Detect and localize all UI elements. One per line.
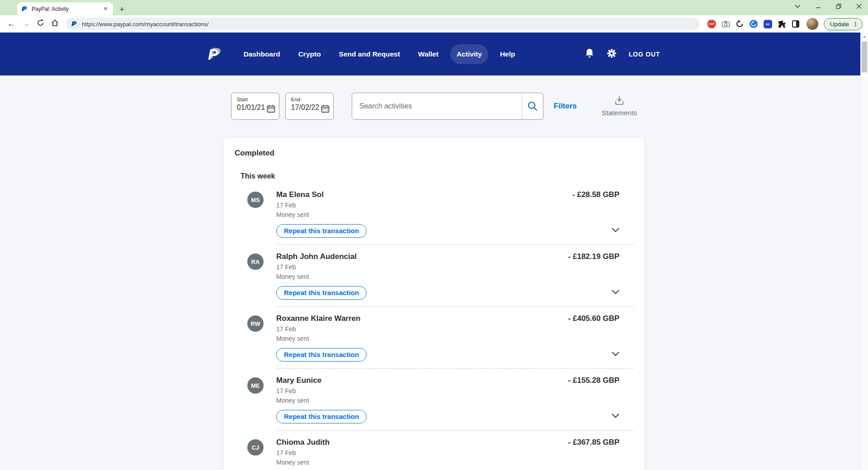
start-date-label: Start — [237, 97, 274, 102]
browser-profile-avatar[interactable] — [807, 18, 818, 30]
transaction-row[interactable]: RA Ralph John Audencial 17 Feb Money sen… — [223, 245, 645, 307]
page-scrollbar[interactable]: ▲ — [860, 33, 868, 470]
nav-item-wallet[interactable]: Wallet — [412, 44, 445, 64]
logout-button[interactable]: LOG OUT — [629, 51, 660, 58]
url-bar[interactable]: PP https://www.paypal.com/myaccount/tran… — [66, 18, 700, 30]
home-icon[interactable] — [49, 19, 61, 29]
section-title: Completed — [235, 149, 645, 158]
reload-icon[interactable] — [34, 19, 46, 29]
reader-split-extension-icon[interactable] — [791, 19, 800, 28]
scrollbar-thumb[interactable] — [862, 42, 867, 72]
transaction-type: Money sent — [276, 397, 568, 404]
transaction-row[interactable]: RW Roxanne Klaire Warren 17 Feb Money se… — [223, 307, 645, 369]
new-tab-button[interactable]: + — [119, 5, 124, 14]
repeat-transaction-button[interactable]: Repeat this transaction — [276, 410, 367, 423]
transaction-amount: - £28.58 GBP — [572, 190, 619, 199]
transaction-date: 17 Feb — [276, 202, 572, 209]
filter-row: Start 01/01/21 End 17/02/22 Filters Stat… — [0, 93, 868, 120]
transaction-date: 17 Feb — [276, 449, 568, 456]
transaction-date: 17 Feb — [276, 263, 568, 271]
notifications-bell-icon[interactable] — [585, 48, 594, 61]
chevron-down-icon[interactable] — [612, 288, 619, 296]
statements-button[interactable]: Statements — [602, 96, 637, 117]
transaction-amount: - £405.60 GBP — [568, 314, 619, 323]
search-button[interactable] — [522, 93, 543, 119]
nav-item-help[interactable]: Help — [494, 44, 522, 64]
transaction-date: 17 Feb — [276, 387, 568, 395]
extensions-puzzle-icon[interactable] — [777, 19, 786, 28]
transaction-type: Money sent — [276, 459, 568, 466]
adblock-icon[interactable]: ABP — [707, 19, 716, 28]
chevron-down-icon[interactable] — [612, 412, 619, 420]
repeat-transaction-button[interactable]: Repeat this transaction — [276, 348, 367, 362]
infinity-extension-icon[interactable]: ∞ — [763, 19, 772, 28]
browser-tab[interactable]: PP PayPal: Activity ✕ — [17, 2, 113, 15]
transaction-name: Mary Eunice — [276, 376, 568, 385]
browser-menu-icon[interactable]: ⋮ — [853, 21, 859, 27]
calendar-icon[interactable] — [267, 104, 275, 115]
settings-gear-icon[interactable] — [607, 48, 617, 60]
scrollbar-up-arrow[interactable]: ▲ — [861, 33, 868, 40]
transaction-name: Ralph John Audencial — [276, 252, 568, 261]
transaction-date: 17 Feb — [276, 325, 568, 333]
end-date-field[interactable]: End 17/02/22 — [285, 93, 334, 120]
browser-titlebar: PP PayPal: Activity ✕ + — [0, 0, 868, 15]
browser-window: PP PayPal: Activity ✕ + ← → PP https://w… — [0, 0, 868, 470]
group-title: This week — [241, 172, 645, 180]
paypal-navbar: PP DashboardCryptoSend and RequestWallet… — [0, 33, 868, 75]
search-activities-box — [352, 93, 543, 120]
window-restore-icon[interactable] — [836, 4, 841, 9]
transaction-row[interactable]: MS Ma Elena Sol 17 Feb Money sent Repeat… — [223, 183, 645, 245]
end-date-label: End — [291, 97, 329, 102]
transaction-amount: - £367.85 GBP — [568, 438, 619, 447]
transactions-list: MS Ma Elena Sol 17 Feb Money sent Repeat… — [223, 183, 645, 470]
window-close-icon[interactable] — [856, 4, 862, 9]
transaction-avatar: ME — [247, 377, 264, 394]
extensions-row: ABP ∞ — [707, 19, 800, 28]
update-button[interactable]: Update ⋮ — [824, 18, 863, 30]
start-date-field[interactable]: Start 01/01/21 — [231, 93, 279, 120]
tab-close-icon[interactable]: ✕ — [102, 5, 109, 13]
transaction-row[interactable]: CJ Chioma Judith 17 Feb Money sent Repea… — [223, 431, 645, 470]
calendar-icon[interactable] — [321, 104, 330, 115]
nav-item-crypto[interactable]: Crypto — [292, 44, 327, 64]
blue-circle-extension-icon[interactable] — [749, 19, 758, 28]
transaction-type: Money sent — [276, 211, 572, 218]
chevron-down-icon[interactable] — [612, 350, 619, 358]
tab-title: PayPal: Activity — [32, 6, 99, 12]
chevron-down-icon[interactable] — [612, 226, 619, 234]
statements-download-icon — [614, 96, 625, 108]
window-menu-icon[interactable] — [795, 5, 801, 8]
filters-link[interactable]: Filters — [554, 102, 577, 111]
transaction-name: Ma Elena Sol — [276, 190, 572, 199]
main-navigation: DashboardCryptoSend and RequestWalletAct… — [237, 44, 522, 64]
browser-toolbar: ← → PP https://www.paypal.com/myaccount/… — [0, 15, 868, 33]
nav-item-activity[interactable]: Activity — [450, 44, 488, 64]
transaction-row[interactable]: ME Mary Eunice 17 Feb Money sent Repeat … — [223, 369, 645, 431]
statements-label: Statements — [602, 109, 637, 117]
camera-extension-icon[interactable] — [721, 19, 730, 28]
repeat-transaction-button[interactable]: Repeat this transaction — [276, 286, 367, 300]
paypal-logo[interactable]: PP — [208, 47, 218, 62]
nav-item-send-and-request[interactable]: Send and Request — [333, 44, 406, 64]
transaction-name: Roxanne Klaire Warren — [276, 314, 568, 323]
paypal-favicon: PP — [22, 6, 28, 12]
transaction-amount: - £155.28 GBP — [568, 376, 619, 385]
transaction-avatar: RA — [247, 254, 264, 270]
transaction-name: Chioma Judith — [276, 438, 568, 447]
window-minimize-icon[interactable] — [816, 4, 821, 9]
forward-icon[interactable]: → — [20, 19, 32, 28]
repeat-transaction-button[interactable]: Repeat this transaction — [276, 224, 367, 238]
transaction-type: Money sent — [276, 273, 568, 280]
activity-card: Completed This week MS Ma Elena Sol 17 F… — [223, 138, 645, 470]
sync-extension-icon[interactable] — [735, 19, 744, 28]
transaction-avatar: CJ — [247, 439, 264, 456]
transaction-avatar: RW — [247, 315, 264, 332]
nav-item-dashboard[interactable]: Dashboard — [237, 44, 287, 64]
transaction-avatar: MS — [247, 192, 264, 208]
search-input[interactable] — [352, 102, 522, 110]
back-icon[interactable]: ← — [5, 19, 17, 28]
transaction-type: Money sent — [276, 335, 568, 342]
paypal-favicon: PP — [71, 21, 78, 27]
url-text: https://www.paypal.com/myaccount/transac… — [82, 21, 208, 28]
